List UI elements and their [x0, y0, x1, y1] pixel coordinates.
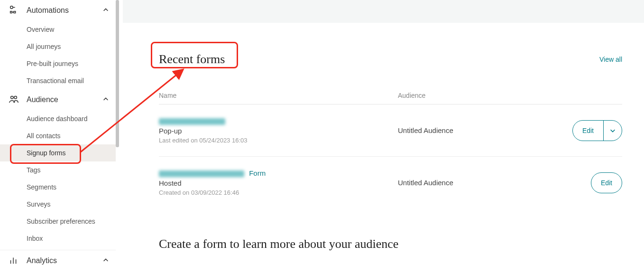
create-form-heading: Create a form to learn more about your a…: [159, 237, 622, 251]
nav-subitems-automations: Overview All journeys Pre-built journeys…: [0, 21, 116, 89]
nav-subitems-audience: Audience dashboard All contacts Signup f…: [0, 110, 116, 247]
table-header: Name Audience: [159, 87, 622, 104]
svg-point-4: [14, 96, 17, 99]
form-type: Pop-up: [159, 127, 398, 135]
chevron-up-icon: [102, 257, 110, 265]
table-row: Form Hosted Created on 03/09/2022 16:46 …: [159, 157, 622, 208]
cell-audience: Untitled Audience: [398, 179, 540, 187]
redacted-text: [159, 118, 225, 125]
cell-audience: Untitled Audience: [398, 126, 540, 134]
form-type: Hosted: [159, 179, 398, 187]
chevron-up-icon: [102, 96, 110, 104]
nav-item-overview[interactable]: Overview: [27, 21, 116, 38]
svg-rect-1: [10, 11, 12, 13]
nav-section-label: Analytics: [27, 256, 57, 265]
view-all-link[interactable]: View all: [599, 56, 622, 63]
chevron-up-icon: [102, 7, 110, 14]
nav-item-inbox[interactable]: Inbox: [27, 230, 116, 247]
nav-section-label: Audience: [27, 95, 58, 104]
form-meta: Last edited on 05/24/2023 16:03: [159, 137, 398, 144]
nav-section-automations[interactable]: Automations: [0, 0, 116, 21]
nav-section-label: Automations: [27, 6, 69, 15]
nav-section-analytics[interactable]: Analytics: [0, 250, 116, 265]
top-banner-strip: [123, 0, 644, 23]
nav-item-segments[interactable]: Segments: [27, 179, 116, 196]
audience-icon: [9, 94, 20, 105]
sidebar: Automations Overview All journeys Pre-bu…: [0, 0, 116, 265]
table-row: Pop-up Last edited on 05/24/2023 16:03 U…: [159, 104, 622, 157]
nav-item-surveys[interactable]: Surveys: [27, 196, 116, 213]
nav-section-audience[interactable]: Audience: [0, 89, 116, 110]
nav-item-audience-dashboard[interactable]: Audience dashboard: [27, 110, 116, 127]
nav-item-subscriber-preferences[interactable]: Subscriber preferences: [27, 213, 116, 230]
edit-button[interactable]: Edit: [591, 172, 622, 193]
redacted-text: [159, 170, 244, 177]
nav-item-tags[interactable]: Tags: [27, 161, 116, 179]
sidebar-scrollbar-thumb[interactable]: [116, 0, 119, 147]
th-name: Name: [159, 92, 398, 99]
form-meta: Created on 03/09/2022 16:46: [159, 189, 398, 196]
nav-item-pre-built-journeys[interactable]: Pre-built journeys: [27, 55, 116, 72]
nav-item-all-contacts[interactable]: All contacts: [27, 127, 116, 144]
svg-point-0: [10, 6, 13, 9]
form-name-suffix: Form: [249, 169, 266, 177]
analytics-icon: [9, 255, 20, 265]
form-name-link[interactable]: [159, 117, 398, 125]
edit-button-label[interactable]: Edit: [591, 173, 622, 193]
edit-split-button[interactable]: Edit: [572, 120, 622, 141]
svg-point-3: [11, 96, 13, 99]
svg-rect-2: [14, 11, 16, 13]
th-audience: Audience: [398, 92, 540, 99]
edit-caret-button[interactable]: [604, 121, 622, 141]
edit-button-label[interactable]: Edit: [573, 121, 604, 141]
automations-icon: [9, 5, 20, 16]
main-content: Recent forms View all Name Audience Pop-…: [123, 23, 644, 251]
forms-table: Name Audience Pop-up Last edited on 05/2…: [159, 87, 622, 208]
nav-item-signup-forms[interactable]: Signup forms: [0, 144, 116, 161]
nav-item-transactional-email[interactable]: Transactional email: [27, 72, 116, 89]
nav-item-all-journeys[interactable]: All journeys: [27, 38, 116, 55]
form-name-link[interactable]: Form: [159, 169, 398, 177]
recent-forms-heading: Recent forms: [159, 52, 225, 66]
